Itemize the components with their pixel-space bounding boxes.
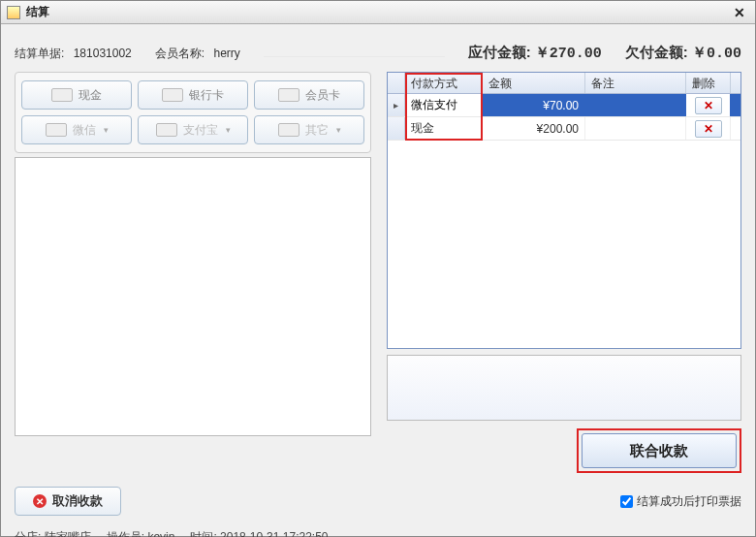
membercard-button[interactable]: 会员卡 bbox=[254, 80, 364, 110]
close-icon[interactable]: ✕ bbox=[730, 5, 749, 20]
alipay-button[interactable]: 支付宝▾ bbox=[138, 115, 248, 144]
close-icon: ✕ bbox=[704, 99, 713, 112]
store-value: 陆家嘴店 bbox=[45, 530, 91, 537]
owe-label: 欠付金额: bbox=[625, 44, 688, 60]
col-note: 备注 bbox=[585, 73, 686, 93]
wechat-button[interactable]: 微信▾ bbox=[21, 115, 132, 144]
close-icon: ✕ bbox=[704, 122, 713, 136]
delete-row-button[interactable]: ✕ bbox=[695, 120, 722, 138]
table-row[interactable]: ▸ 微信支付 ¥70.00 ✕ bbox=[388, 94, 740, 117]
bankcard-icon bbox=[162, 88, 183, 102]
col-method: 付款方式 bbox=[405, 73, 483, 93]
member-value: herry bbox=[213, 47, 239, 60]
order-value: 181031002 bbox=[74, 47, 132, 60]
payment-method-panel: 现金 银行卡 会员卡 微信▾ 支付宝▾ 其它▾ bbox=[15, 72, 371, 153]
window-title: 结算 bbox=[26, 4, 49, 20]
payments-grid[interactable]: 付款方式 金额 备注 删除 ▸ 微信支付 ¥70.00 ✕ 现金 bbox=[387, 72, 741, 349]
chevron-down-icon: ▾ bbox=[336, 125, 341, 135]
cell-note bbox=[585, 94, 686, 116]
cell-amount: ¥200.00 bbox=[483, 117, 585, 140]
row-indicator-icon: ▸ bbox=[388, 94, 405, 116]
time-value: 2018-10-31 17:22:50 bbox=[220, 530, 328, 537]
col-delete: 删除 bbox=[686, 73, 731, 93]
cell-note bbox=[585, 117, 686, 140]
wechat-icon bbox=[46, 123, 67, 137]
app-icon bbox=[7, 6, 20, 19]
print-receipt-checkbox[interactable]: 结算成功后打印票据 bbox=[620, 493, 741, 510]
header-row: 结算单据: 181031002 会员名称: herry 应付金额: ￥270.0… bbox=[15, 34, 741, 62]
alipay-icon bbox=[156, 123, 177, 137]
table-row[interactable]: 现金 ¥200.00 ✕ bbox=[388, 117, 740, 141]
detail-area bbox=[15, 157, 371, 436]
bankcard-button[interactable]: 银行卡 bbox=[138, 80, 248, 110]
cell-amount: ¥70.00 bbox=[483, 94, 585, 116]
grid-header: 付款方式 金额 备注 删除 bbox=[388, 73, 740, 94]
col-amount: 金额 bbox=[483, 73, 585, 93]
cell-method: 现金 bbox=[405, 117, 483, 140]
delete-row-button[interactable]: ✕ bbox=[695, 97, 722, 114]
titlebar[interactable]: 结算 ✕ bbox=[1, 1, 755, 24]
owe-value: ￥0.00 bbox=[692, 46, 741, 62]
operator-value: kevin bbox=[147, 530, 174, 537]
chevron-down-icon: ▾ bbox=[104, 125, 109, 135]
print-checkbox-input[interactable] bbox=[620, 495, 633, 508]
operator-label: 操作员: bbox=[107, 530, 144, 537]
cancel-pay-button[interactable]: ✕ 取消收款 bbox=[15, 487, 121, 516]
cash-button[interactable]: 现金 bbox=[21, 80, 132, 110]
highlight-box: 联合收款 bbox=[577, 428, 741, 473]
other-icon bbox=[278, 123, 299, 137]
settlement-window: 结算 ✕ 结算单据: 181031002 会员名称: herry 应付金额: ￥… bbox=[0, 0, 756, 537]
order-label: 结算单据: bbox=[15, 47, 64, 60]
row-indicator-icon bbox=[388, 117, 405, 140]
other-button[interactable]: 其它▾ bbox=[254, 115, 364, 144]
time-label: 时间: bbox=[190, 530, 216, 537]
store-label: 分店: bbox=[15, 530, 41, 537]
cancel-icon: ✕ bbox=[33, 494, 47, 508]
membercard-icon bbox=[278, 88, 299, 102]
due-value: ￥270.00 bbox=[535, 46, 602, 62]
combine-pay-button[interactable]: 联合收款 bbox=[582, 433, 737, 468]
status-bar: 分店: 陆家嘴店 操作员: kevin 时间: 2018-10-31 17:22… bbox=[15, 529, 741, 537]
summary-area bbox=[387, 355, 741, 421]
cell-method: 微信支付 bbox=[405, 94, 483, 116]
due-label: 应付金额: bbox=[468, 44, 531, 60]
cash-icon bbox=[51, 88, 73, 102]
chevron-down-icon: ▾ bbox=[226, 125, 231, 135]
member-label: 会员名称: bbox=[155, 47, 205, 60]
